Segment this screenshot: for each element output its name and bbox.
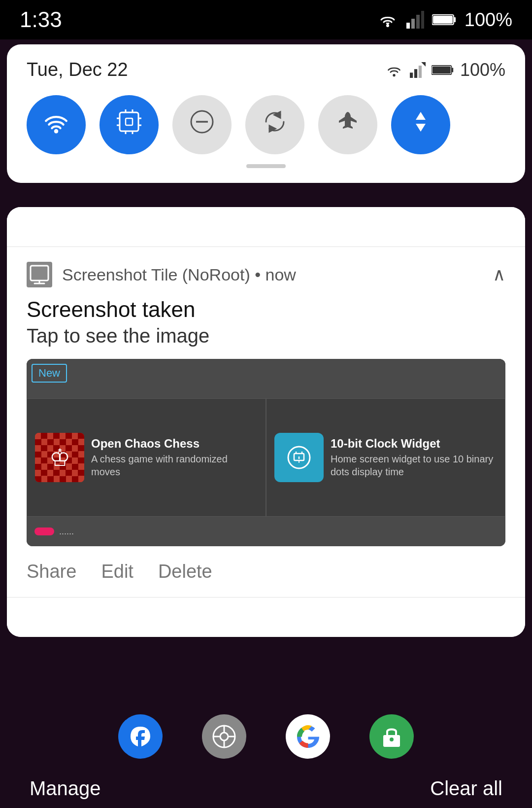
dock-area [0,704,532,769]
battery-percentage: 100% [465,9,512,31]
dock-icon-1[interactable] [118,714,163,759]
notif-card[interactable]: Screenshot Tile (NoRoot) • now ∧ Screens… [7,247,525,597]
qs-wifi-icon [384,62,404,78]
svg-rect-33 [31,266,48,281]
notif-delete-button[interactable]: Delete [158,561,212,582]
qs-date: Tue, Dec 22 [27,59,128,80]
svg-point-8 [393,74,395,76]
notif-bottom-spacer [7,597,525,637]
svg-point-16 [54,129,59,134]
status-icons: 100% [377,9,512,31]
preview-apps-row: ♔ Open Chaos Chess A chess game with ran… [27,398,505,517]
qs-rotate-tile-icon [262,109,288,141]
svg-point-0 [386,24,389,27]
preview-top-bar: New [27,359,505,398]
svg-rect-1 [406,23,410,29]
notif-actions: Share Edit Delete [27,561,505,582]
svg-marker-32 [416,124,426,132]
svg-rect-9 [410,72,413,78]
qs-screenshot-tile-icon [116,108,142,141]
notif-app-icon [27,262,52,287]
preview-bottom-bar: ...... [27,517,505,546]
notif-preview-image[interactable]: New ♔ Open Chaos Chess A chess game with… [27,359,505,546]
clear-all-button[interactable]: Clear all [430,777,502,800]
qs-airplane-tile-icon [335,109,361,141]
svg-rect-4 [421,11,424,29]
svg-rect-10 [414,69,417,78]
qs-tile-data[interactable] [391,95,450,154]
preview-clock-icon [274,433,324,482]
notif-body: Tap to see the image [27,325,505,347]
dock-icon-4[interactable] [369,714,414,759]
notif-app-row: Screenshot Tile (NoRoot) • now ∧ [27,262,505,287]
notif-title: Screenshot taken [27,297,505,322]
svg-point-43 [220,733,228,740]
svg-rect-17 [120,112,138,131]
qs-battery-percentage: 100% [460,60,505,80]
preview-clock-desc: Home screen widget to use 10 binary dots… [331,453,497,478]
svg-rect-6 [454,17,456,22]
preview-new-badge: New [32,364,67,383]
notification-panel: Screenshot Tile (NoRoot) • now ∧ Screens… [7,207,525,637]
svg-rect-14 [451,68,453,72]
preview-top-left: New [27,359,266,398]
preview-bottom-text: ...... [59,527,74,537]
manage-button[interactable]: Manage [30,777,101,800]
preview-chess-desc: A chess game with randomized moves [91,453,258,478]
svg-rect-3 [416,15,420,29]
wifi-icon [377,11,399,29]
qs-tile-airplane[interactable] [318,95,377,154]
signal-icon [406,11,424,29]
qs-status-right: 100% [384,60,505,80]
quick-settings-panel: Tue, Dec 22 100% [7,44,525,183]
svg-rect-15 [432,66,451,73]
qs-tiles [27,95,505,154]
qs-tile-screenshot[interactable] [100,95,159,154]
qs-tile-dnd[interactable] [172,95,232,154]
notif-edit-button[interactable]: Edit [101,561,133,582]
svg-marker-12 [421,62,426,67]
notif-app-left: Screenshot Tile (NoRoot) • now [27,262,296,287]
preview-chess-title: Open Chaos Chess [91,437,258,451]
svg-marker-31 [416,112,426,120]
dock-icon-2[interactable] [202,714,246,759]
status-bar: 1:33 100% [0,0,532,39]
preview-clock-text: 10-bit Clock Widget Home screen widget t… [331,437,497,478]
qs-battery-icon [432,64,454,76]
preview-chess-card[interactable]: ♔ Open Chaos Chess A chess game with ran… [27,398,266,517]
svg-point-49 [390,738,394,741]
preview-chess-text: Open Chaos Chess A chess game with rando… [91,437,258,478]
qs-header: Tue, Dec 22 100% [27,59,505,80]
notif-expand-chevron[interactable]: ∧ [493,264,505,285]
battery-icon [432,13,457,27]
qs-data-tile-icon [408,109,433,141]
qs-dnd-tile-icon [189,109,215,141]
preview-clock-title: 10-bit Clock Widget [331,437,497,451]
notif-spacer [7,207,525,246]
status-time: 1:33 [20,7,62,32]
qs-tile-rotate[interactable] [245,95,304,154]
preview-chess-icon: ♔ [35,433,84,482]
notif-share-button[interactable]: Share [27,561,76,582]
preview-top-right [266,359,505,398]
svg-rect-7 [433,16,453,24]
preview-clock-card[interactable]: 10-bit Clock Widget Home screen widget t… [266,398,505,517]
svg-rect-11 [419,66,422,78]
qs-signal-icon [410,62,426,78]
qs-drag-handle[interactable] [246,164,286,168]
svg-rect-2 [411,19,415,29]
preview-bottom-dot [34,527,54,535]
qs-tile-wifi[interactable] [27,95,86,154]
bottom-bar: Manage Clear all [0,769,532,808]
svg-rect-18 [126,118,133,125]
dock-icon-google[interactable] [286,714,330,759]
qs-wifi-tile-icon [43,110,69,140]
notif-app-name: Screenshot Tile (NoRoot) • now [62,265,296,284]
